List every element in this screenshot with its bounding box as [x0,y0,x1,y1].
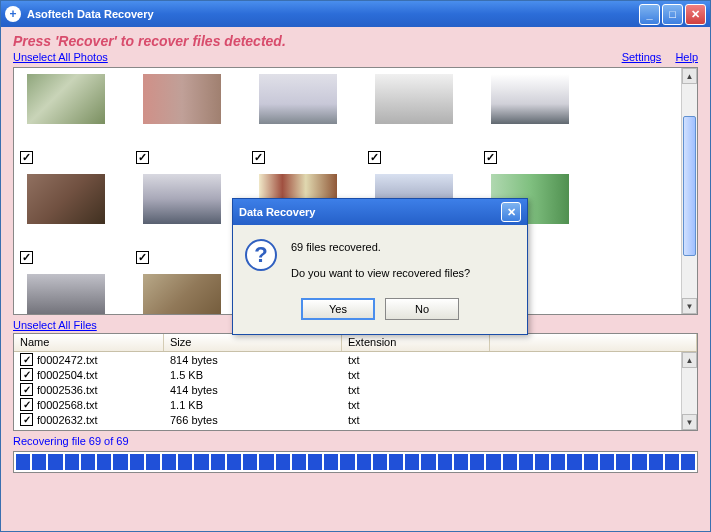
photo-item[interactable] [252,74,344,146]
column-header-size[interactable]: Size [164,334,342,351]
file-rows: f0002472.txt 814 bytes txt f0002504.txt … [14,352,697,427]
photo-thumbnail [143,274,221,315]
photo-thumbnail [27,74,105,124]
instruction-text: Press 'Recover' to recover files detecte… [1,27,710,51]
dialog-line1: 69 files recovered. [291,239,470,257]
question-icon: ? [245,239,277,271]
help-link[interactable]: Help [675,51,698,63]
file-checkbox[interactable] [20,398,33,411]
photo-checkbox[interactable] [368,151,381,164]
photo-item[interactable] [368,74,460,146]
yes-button[interactable]: Yes [301,298,375,320]
minimize-button[interactable]: _ [639,4,660,25]
dialog-line2: Do you want to view recovered files? [291,265,470,283]
no-button[interactable]: No [385,298,459,320]
unselect-all-files-link[interactable]: Unselect All Files [13,319,97,331]
file-list-header: Name Size Extension [14,334,697,352]
progress-bar [13,451,698,473]
photo-thumbnail [143,74,221,124]
scroll-down-button[interactable]: ▼ [682,414,697,430]
status-text: Recovering file 69 of 69 [1,431,710,449]
window-titlebar: + Asoftech Data Recovery _ □ ✕ [1,1,710,27]
photo-checkbox[interactable] [20,251,33,264]
photo-checkbox[interactable] [136,151,149,164]
unselect-all-photos-link[interactable]: Unselect All Photos [13,51,108,63]
file-extension: txt [342,399,490,411]
photo-thumbnail [143,174,221,224]
file-checkbox[interactable] [20,353,33,366]
dialog-buttons: Yes No [233,292,527,334]
file-extension: txt [342,414,490,426]
column-header-extension[interactable]: Extension [342,334,490,351]
photo-item[interactable] [136,274,228,315]
photo-item[interactable] [136,174,228,246]
file-checkbox[interactable] [20,413,33,426]
photo-thumbnail [27,274,105,315]
column-header-spare [490,334,697,351]
photo-checkbox[interactable] [484,151,497,164]
photo-item[interactable] [20,174,112,246]
scroll-down-button[interactable]: ▼ [682,298,697,314]
photo-thumbnail [27,174,105,224]
photo-item[interactable] [20,74,112,146]
maximize-button[interactable]: □ [662,4,683,25]
dialog-close-button[interactable]: ✕ [501,202,521,222]
file-checkbox[interactable] [20,368,33,381]
window-title: Asoftech Data Recovery [27,8,637,20]
photo-item[interactable] [20,274,112,315]
file-row[interactable]: f0002472.txt 814 bytes txt [14,352,697,367]
file-size: 814 bytes [164,354,342,366]
app-icon: + [5,6,21,22]
file-row[interactable]: f0002536.txt 414 bytes txt [14,382,697,397]
photo-item[interactable] [484,74,576,146]
photo-checkbox[interactable] [252,151,265,164]
photo-checkbox[interactable] [136,251,149,264]
recovery-dialog: Data Recovery ✕ ? 69 files recovered. Do… [232,198,528,335]
file-name: f0002504.txt [37,369,98,381]
top-links: Unselect All Photos Settings Help [1,51,710,67]
file-row[interactable]: f0002568.txt 1.1 KB txt [14,397,697,412]
scroll-thumb[interactable] [683,116,696,256]
file-list: Name Size Extension f0002472.txt 814 byt… [13,333,698,431]
settings-link[interactable]: Settings [622,51,662,63]
photo-thumbnail [375,74,453,124]
file-size: 1.1 KB [164,399,342,411]
file-extension: txt [342,384,490,396]
dialog-title: Data Recovery [239,206,501,218]
dialog-body: ? 69 files recovered. Do you want to vie… [233,225,527,292]
photo-thumbnail [491,74,569,124]
scroll-up-button[interactable]: ▲ [682,352,697,368]
photo-item[interactable] [136,74,228,146]
photo-thumbnail [259,74,337,124]
file-row[interactable]: f0002504.txt 1.5 KB txt [14,367,697,382]
dialog-text: 69 files recovered. Do you want to view … [291,239,470,282]
file-extension: txt [342,369,490,381]
photo-checkbox[interactable] [20,151,33,164]
file-size: 1.5 KB [164,369,342,381]
file-extension: txt [342,354,490,366]
file-name: f0002536.txt [37,384,98,396]
close-button[interactable]: ✕ [685,4,706,25]
file-size: 766 bytes [164,414,342,426]
photo-scrollbar[interactable]: ▲ ▼ [681,68,697,314]
file-name: f0002568.txt [37,399,98,411]
file-name: f0002472.txt [37,354,98,366]
file-checkbox[interactable] [20,383,33,396]
column-header-name[interactable]: Name [14,334,164,351]
file-size: 414 bytes [164,384,342,396]
file-name: f0002632.txt [37,414,98,426]
dialog-titlebar: Data Recovery ✕ [233,199,527,225]
scroll-up-button[interactable]: ▲ [682,68,697,84]
file-scrollbar[interactable]: ▲ ▼ [681,352,697,430]
file-row[interactable]: f0002632.txt 766 bytes txt [14,412,697,427]
